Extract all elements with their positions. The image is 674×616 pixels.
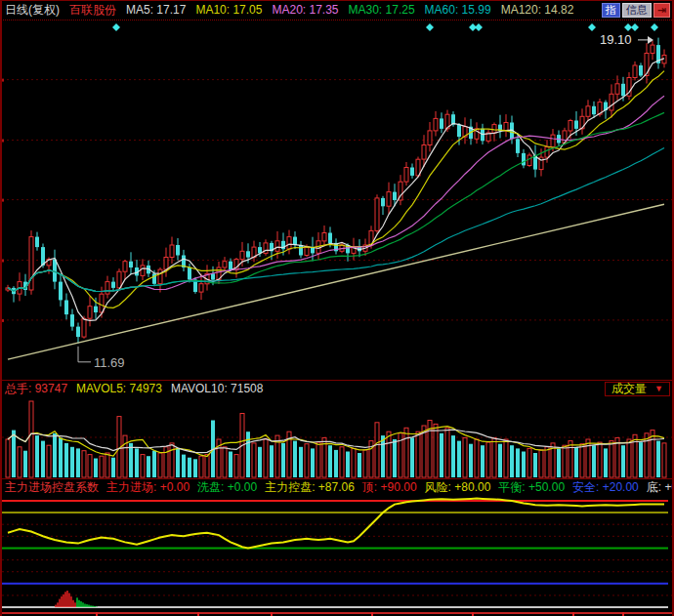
volume-header: 总手: 93747 MAVOL5: 74973 MAVOL10: 71508 成… bbox=[0, 380, 674, 396]
x-axis-tick bbox=[271, 612, 273, 616]
x-axis-strip bbox=[0, 612, 674, 616]
x-axis-tick bbox=[472, 612, 474, 616]
titlebar-buttons: 指 信息 ⇥ bbox=[602, 3, 670, 18]
ma20-readout: MA20: 17.35 bbox=[272, 3, 338, 17]
indicator-item-risk: 风险: +80.00 bbox=[425, 479, 491, 496]
x-axis-tick bbox=[96, 612, 98, 616]
window-border-left bbox=[0, 0, 2, 616]
indicator-item-top: 顶: +90.00 bbox=[362, 479, 417, 496]
mavol5-readout: MAVOL5: 74973 bbox=[76, 382, 162, 395]
ma5-readout: MA5: 17.17 bbox=[126, 3, 186, 17]
period-label[interactable]: 日线(复权) bbox=[5, 2, 60, 19]
stock-chart-window: 日线(复权) 百联股份 MA5: 17.17 MA10: 17.05 MA20:… bbox=[0, 0, 674, 616]
ma60-readout: MA60: 15.99 bbox=[425, 3, 491, 17]
indicator-header: 主力进场控盘系数 主力进场: +0.00 洗盘: +0.00 主力控盘: +87… bbox=[0, 478, 674, 495]
x-axis-tick bbox=[371, 612, 373, 616]
x-axis-tick bbox=[197, 612, 199, 616]
info-button[interactable]: 信息 bbox=[622, 3, 652, 18]
mavol10-readout: MAVOL10: 71508 bbox=[171, 382, 264, 395]
indicator-item-safe: 安全: +20.00 bbox=[572, 479, 639, 496]
total-volume-readout: 总手: 93747 bbox=[5, 381, 67, 397]
volume-panel-selector[interactable]: 成交量 ▼ bbox=[605, 382, 670, 396]
svg-text:19.10: 19.10 bbox=[600, 32, 632, 47]
indicator-title: 主力进场控盘系数 bbox=[5, 479, 99, 496]
indicator-chart[interactable] bbox=[0, 495, 674, 612]
main-price-chart[interactable]: 19.1011.69 bbox=[0, 21, 674, 380]
title-bar: 日线(复权) 百联股份 MA5: 17.17 MA10: 17.05 MA20:… bbox=[0, 0, 674, 21]
window-border-top bbox=[0, 0, 674, 1]
indicator-item-control: 主力控盘: +87.06 bbox=[265, 479, 355, 496]
x-axis-tick bbox=[572, 612, 574, 616]
chevron-down-icon: ▼ bbox=[654, 384, 663, 393]
indicator-item-balance: 平衡: +50.00 bbox=[498, 479, 565, 496]
ma30-readout: MA30: 17.25 bbox=[349, 3, 415, 17]
ma10-readout: MA10: 17.05 bbox=[195, 3, 262, 17]
volume-chart[interactable] bbox=[0, 396, 674, 478]
indicator-item-bottom: 底: +0.00 bbox=[647, 479, 674, 496]
stock-name[interactable]: 百联股份 bbox=[69, 2, 116, 19]
x-axis-tick bbox=[622, 612, 624, 616]
ma120-readout: MA120: 14.82 bbox=[501, 3, 574, 17]
indicator-item-washout: 洗盘: +0.00 bbox=[197, 479, 257, 496]
selector-label: 成交量 bbox=[611, 381, 647, 397]
indicator-item-entry: 主力进场: +0.00 bbox=[106, 479, 190, 496]
indicator-button[interactable]: 指 bbox=[602, 3, 620, 18]
svg-text:11.69: 11.69 bbox=[94, 355, 125, 370]
exit-arrow-icon[interactable]: ⇥ bbox=[653, 3, 670, 18]
